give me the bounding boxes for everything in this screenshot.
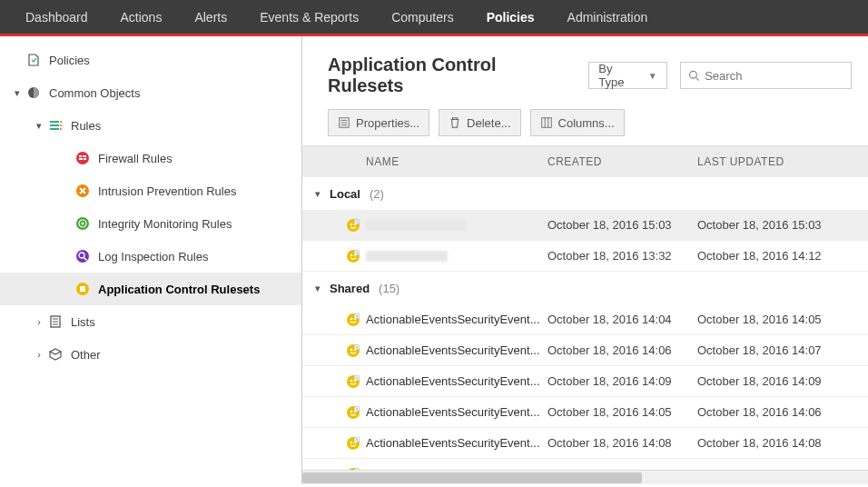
ruleset-icon xyxy=(346,343,360,358)
svg-rect-9 xyxy=(83,155,86,157)
horizontal-scrollbar[interactable] xyxy=(302,470,868,484)
svg-point-37 xyxy=(350,348,353,351)
row-name-text: ActionableEventsSecurityEvent... xyxy=(366,343,540,357)
filter-by-type-dropdown[interactable]: By Type ▼ xyxy=(588,62,666,89)
button-label: Delete... xyxy=(467,116,510,130)
lists-icon xyxy=(47,313,64,330)
column-name-header[interactable]: NAME xyxy=(302,155,547,168)
sidebar-item-other[interactable]: › Other xyxy=(0,338,301,371)
sidebar-item-policies[interactable]: › Policies xyxy=(0,44,301,76)
column-created-header[interactable]: CREATED xyxy=(547,155,697,168)
column-updated-header[interactable]: LAST UPDATED xyxy=(697,155,868,168)
chevron-down-icon[interactable]: ▾ xyxy=(315,188,321,200)
nav-events-reports[interactable]: Events & Reports xyxy=(243,0,375,35)
cell-created: October 18, 2016 14:06 xyxy=(547,343,697,357)
chevron-right-icon[interactable]: › xyxy=(31,316,47,327)
ruleset-icon xyxy=(346,218,360,233)
chevron-right-icon[interactable]: › xyxy=(31,349,47,360)
properties-button[interactable]: Properties... xyxy=(328,109,429,136)
sidebar-label: Integrity Monitoring Rules xyxy=(98,217,232,231)
nav-alerts[interactable]: Alerts xyxy=(178,0,243,35)
columns-button[interactable]: Columns... xyxy=(530,109,625,136)
common-objects-icon xyxy=(25,84,42,101)
nav-computers[interactable]: Computers xyxy=(375,0,469,35)
svg-point-16 xyxy=(76,250,89,263)
nav-policies[interactable]: Policies xyxy=(470,0,551,35)
sidebar-item-log-inspection-rules[interactable]: Log Inspection Rules xyxy=(0,240,301,273)
table-row[interactable]: inventoryName1476811733October 18, 2016 … xyxy=(302,459,868,470)
sidebar-item-integrity-monitoring-rules[interactable]: Integrity Monitoring Rules xyxy=(0,207,301,240)
sidebar-label: Policies xyxy=(49,54,90,67)
svg-rect-23 xyxy=(541,118,551,128)
cell-updated: October 18, 2016 15:03 xyxy=(697,218,868,232)
cell-updated: October 18, 2016 14:07 xyxy=(697,343,868,357)
table-group-row[interactable]: ▾Local(2) xyxy=(302,177,868,210)
svg-point-29 xyxy=(350,253,353,256)
caret-down-icon: ▼ xyxy=(648,71,657,81)
table-row[interactable]: ActionableEventsSecurityEvent...October … xyxy=(302,397,868,428)
cell-name xyxy=(302,218,547,233)
svg-rect-19 xyxy=(80,286,85,292)
policies-icon xyxy=(25,52,42,68)
table-row[interactable]: ActionableEventsSecurityEvent...October … xyxy=(302,335,868,366)
table-scroll[interactable]: NAME CREATED LAST UPDATED ▾Local(2)Octob… xyxy=(302,145,868,470)
columns-icon xyxy=(540,116,553,129)
group-count: (15) xyxy=(379,282,399,295)
table-row[interactable]: ActionableEventsSecurityEvent...October … xyxy=(302,304,868,335)
sidebar-label: Application Control Rulesets xyxy=(98,283,260,296)
svg-rect-3 xyxy=(50,128,59,130)
integrity-icon xyxy=(74,215,91,232)
sidebar-label: Lists xyxy=(71,315,95,329)
chevron-down-icon[interactable]: ▾ xyxy=(315,283,321,294)
sidebar-item-firewall-rules[interactable]: Firewall Rules xyxy=(0,142,301,174)
top-nav: Dashboard Actions Alerts Events & Report… xyxy=(0,0,868,36)
svg-rect-2 xyxy=(50,124,59,126)
svg-point-25 xyxy=(350,223,353,225)
dropdown-label: By Type xyxy=(598,62,640,89)
sidebar-item-app-control-rulesets[interactable]: Application Control Rulesets xyxy=(0,273,301,305)
scrollbar-thumb[interactable] xyxy=(302,472,642,483)
cell-name: ActionableEventsSecurityEvent... xyxy=(302,374,547,389)
button-label: Properties... xyxy=(356,116,419,130)
main-panel: Application Control Rulesets By Type ▼ P… xyxy=(302,36,868,484)
page-title: Application Control Rulesets xyxy=(328,55,576,96)
ruleset-icon xyxy=(346,313,360,327)
ips-icon xyxy=(74,183,91,199)
cell-updated: October 18, 2016 14:09 xyxy=(697,374,868,388)
nav-dashboard[interactable]: Dashboard xyxy=(9,0,104,35)
sidebar-item-intrusion-prevention-rules[interactable]: Intrusion Prevention Rules xyxy=(0,174,301,207)
ruleset-icon xyxy=(346,374,360,389)
table-group-row[interactable]: ▾Shared(15) xyxy=(302,272,868,304)
table-row[interactable]: October 18, 2016 13:32October 18, 2016 1… xyxy=(302,241,868,272)
sidebar-label: Intrusion Prevention Rules xyxy=(98,184,236,198)
table-row[interactable]: ActionableEventsSecurityEvent...October … xyxy=(302,366,868,397)
sidebar-label: Rules xyxy=(71,119,101,133)
search-box[interactable] xyxy=(680,62,852,89)
nav-administration[interactable]: Administration xyxy=(551,0,665,35)
table-row[interactable]: October 18, 2016 15:03October 18, 2016 1… xyxy=(302,210,868,241)
svg-rect-6 xyxy=(60,128,62,130)
svg-point-33 xyxy=(350,317,353,320)
sidebar-item-rules[interactable]: ▾ Rules xyxy=(0,109,301,142)
svg-rect-5 xyxy=(60,124,62,126)
app-control-icon xyxy=(74,281,91,297)
chevron-down-icon[interactable]: ▾ xyxy=(31,120,47,132)
delete-button[interactable]: Delete... xyxy=(439,109,520,136)
row-name-text: ActionableEventsSecurityEvent... xyxy=(366,405,540,419)
trash-icon xyxy=(449,116,461,129)
cell-created: October 18, 2016 14:04 xyxy=(547,313,697,326)
sidebar-label: Log Inspection Rules xyxy=(98,250,208,263)
cell-updated: October 18, 2016 14:05 xyxy=(697,313,868,326)
nav-actions[interactable]: Actions xyxy=(104,0,179,35)
table-row[interactable]: ActionableEventsSecurityEvent...October … xyxy=(302,428,868,459)
svg-point-21 xyxy=(689,71,696,78)
svg-rect-4 xyxy=(60,121,62,123)
ruleset-icon xyxy=(346,436,360,451)
search-input[interactable] xyxy=(705,69,843,83)
svg-point-41 xyxy=(350,379,353,382)
sidebar-item-common-objects[interactable]: ▾ Common Objects xyxy=(0,76,301,109)
svg-point-45 xyxy=(350,410,353,412)
group-name: Local xyxy=(330,187,360,201)
sidebar-item-lists[interactable]: › Lists xyxy=(0,305,301,338)
chevron-down-icon[interactable]: ▾ xyxy=(9,87,25,99)
